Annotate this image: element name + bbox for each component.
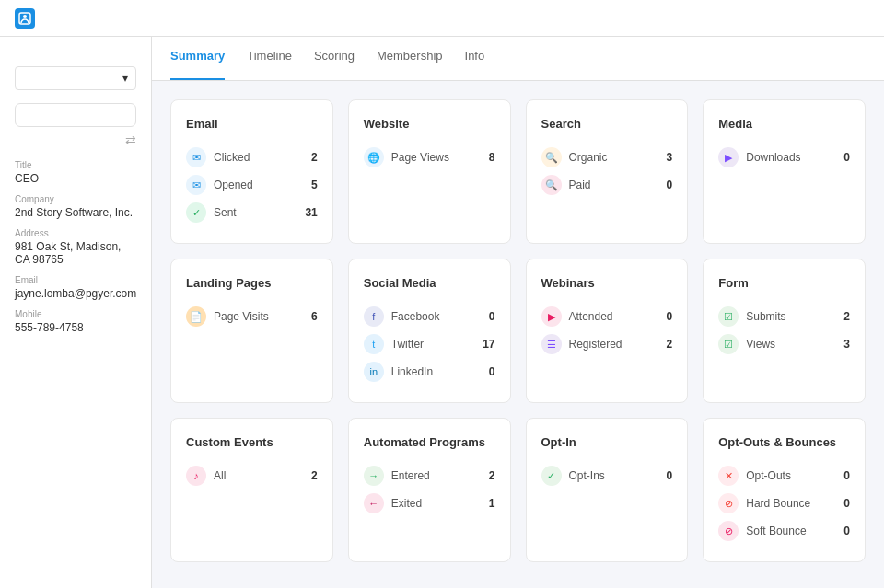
card-row: 🔍Organic3 (541, 144, 673, 171)
card-email: Email✉Clicked2✉Opened5✓Sent31 (170, 99, 333, 244)
row-value: 0 (832, 151, 850, 164)
row-icon: ⊘ (718, 493, 739, 513)
card-form: Form☑Submits2☑Views3 (703, 259, 866, 403)
card-row: ⊘Soft Bounce0 (718, 517, 850, 545)
card-title-social-media: Social Media (364, 276, 495, 290)
card-title-media: Media (718, 117, 850, 131)
topbar (0, 0, 884, 37)
row-value: 6 (299, 310, 318, 323)
row-value: 2 (654, 338, 672, 351)
card-title-webinars: Webinars (541, 276, 673, 290)
score-switch-icon[interactable]: ⇄ (125, 133, 136, 147)
field-value: CEO (15, 172, 136, 185)
row-value: 17 (477, 338, 495, 351)
row-value: 0 (654, 179, 672, 191)
card-row: ☑Views3 (718, 330, 850, 358)
sidebar: ▾ ⇄ TitleCEOCompany2nd Story Software, I… (0, 37, 152, 588)
main-content: SummaryTimelineScoringMembershipInfo Ema… (152, 37, 884, 588)
tab-scoring[interactable]: Scoring (314, 37, 355, 80)
row-value: 8 (477, 151, 495, 164)
card-row: ♪All2 (186, 462, 318, 490)
card-media: Media▶Downloads0 (703, 99, 866, 244)
row-icon: 🔍 (541, 175, 562, 195)
card-title-search: Search (541, 117, 673, 131)
card-row: ✕Opt-Outs0 (718, 462, 850, 490)
row-value: 0 (832, 497, 850, 510)
card-row: ✉Opened5 (186, 171, 318, 199)
field-label: Address (15, 228, 136, 238)
field-value: 981 Oak St, Madison, CA 98765 (15, 240, 136, 266)
row-label: Opt-Outs (746, 469, 824, 482)
card-row: ✓Sent31 (186, 199, 318, 226)
row-icon: ✉ (186, 147, 206, 167)
current-list-select[interactable]: ▾ (15, 66, 136, 90)
card-row: 🌐Page Views8 (364, 144, 495, 171)
tab-info[interactable]: Info (465, 37, 485, 80)
row-value: 0 (477, 365, 495, 378)
field-label: Title (15, 160, 136, 170)
tabs-container: SummaryTimelineScoringMembershipInfo (170, 37, 484, 80)
card-title-opt-in: Opt-In (541, 435, 673, 449)
row-label: All (214, 469, 292, 482)
row-icon: ☰ (541, 334, 562, 354)
row-label: Exited (391, 497, 470, 510)
card-row: ✉Clicked2 (186, 144, 318, 171)
sidebar-field-email: Emailjayne.lomba@pgyer.com (15, 275, 136, 300)
row-icon: ♪ (186, 466, 206, 486)
card-row: ▶Downloads0 (718, 144, 850, 171)
sidebar-field-title: TitleCEO (15, 160, 136, 185)
row-icon: 🌐 (364, 147, 384, 167)
tab-membership[interactable]: Membership (377, 37, 443, 80)
card-row: ☑Submits2 (718, 303, 850, 330)
row-icon: in (364, 362, 384, 382)
row-label: Opened (214, 179, 292, 191)
row-icon: f (364, 306, 384, 327)
tabs-bar: SummaryTimelineScoringMembershipInfo (152, 37, 884, 81)
row-value: 3 (654, 151, 672, 164)
svg-point-1 (23, 15, 27, 18)
card-title-website: Website (364, 117, 495, 131)
card-title-automated-programs: Automated Programs (364, 435, 495, 449)
row-value: 5 (299, 179, 318, 191)
cards-grid: Email✉Clicked2✉Opened5✓Sent31Website🌐Pag… (152, 81, 884, 581)
card-title-email: Email (186, 117, 318, 131)
row-value: 31 (299, 206, 318, 219)
row-label: Attended (569, 310, 647, 323)
row-label: Organic (569, 151, 647, 164)
row-label: Downloads (746, 151, 824, 164)
chevron-down-icon: ▾ (122, 72, 128, 85)
card-opt-in: Opt-In✓Opt-Ins0 (526, 418, 689, 562)
sidebar-field-mobile: Mobile555-789-4758 (15, 309, 136, 334)
row-icon: ☑ (718, 306, 739, 327)
score-box (15, 103, 136, 127)
tab-summary[interactable]: Summary (170, 37, 225, 80)
row-value: 0 (477, 310, 495, 323)
row-icon: t (364, 334, 384, 354)
card-title-custom-events: Custom Events (186, 435, 318, 449)
row-label: Entered (391, 469, 470, 482)
row-value: 0 (832, 525, 850, 537)
row-label: Sent (214, 206, 292, 219)
row-icon: ✓ (186, 202, 206, 223)
card-row: 🔍Paid0 (541, 171, 673, 199)
row-label: Registered (569, 338, 647, 351)
row-value: 0 (654, 310, 672, 323)
row-value: 2 (299, 151, 318, 164)
card-row: tTwitter17 (364, 330, 495, 358)
row-value: 1 (477, 497, 495, 510)
row-icon: 📄 (186, 306, 206, 327)
card-row: ☰Registered2 (541, 330, 673, 358)
row-value: 0 (832, 469, 850, 482)
main-layout: ▾ ⇄ TitleCEOCompany2nd Story Software, I… (0, 37, 884, 588)
card-custom-events: Custom Events♪All2 (170, 418, 333, 562)
row-label: Facebook (391, 310, 470, 323)
card-landing-pages: Landing Pages📄Page Visits6 (170, 259, 333, 403)
card-row: ⊘Hard Bounce0 (718, 490, 850, 517)
row-icon: ✓ (541, 466, 562, 486)
sidebar-field-address: Address981 Oak St, Madison, CA 98765 (15, 228, 136, 266)
row-icon: ▶ (541, 306, 562, 327)
card-row: ▶Attended0 (541, 303, 673, 330)
field-value: 2nd Story Software, Inc. (15, 206, 136, 219)
row-label: Submits (746, 310, 824, 323)
tab-timeline[interactable]: Timeline (247, 37, 292, 80)
